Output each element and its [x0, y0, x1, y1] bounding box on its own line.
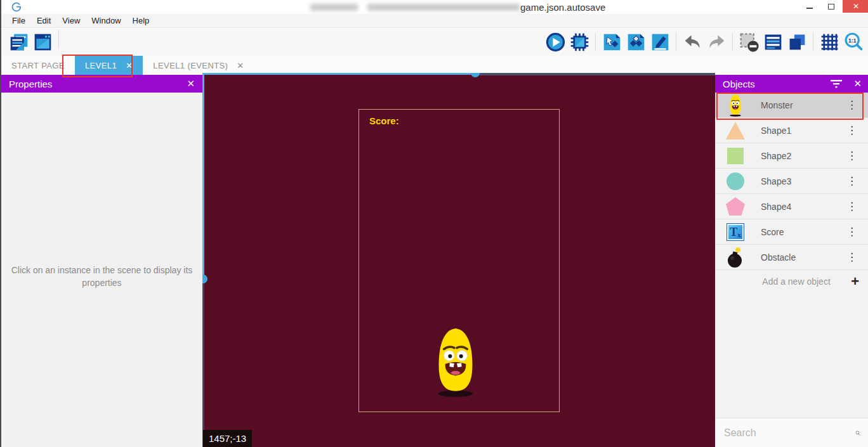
object-label: Score: [761, 227, 844, 237]
menu-window[interactable]: Window: [86, 16, 126, 25]
zoom-reset-button[interactable]: 1:1: [841, 30, 865, 54]
layers-button[interactable]: [785, 30, 809, 54]
toggle-grid-button[interactable]: [817, 30, 841, 54]
tab-close-icon[interactable]: ✕: [237, 61, 244, 70]
object-label: Shape4: [761, 202, 844, 212]
circle-icon: [724, 170, 747, 193]
square-icon: [724, 145, 747, 167]
menu-edit[interactable]: Edit: [31, 16, 56, 25]
tab-label: LEVEL1: [85, 61, 117, 70]
mask-remove-icon: [739, 32, 760, 53]
edit-objects-button[interactable]: [600, 30, 624, 54]
tab-close-icon[interactable]: ✕: [126, 61, 133, 70]
horizontal-scrollbar-track[interactable]: [475, 73, 715, 75]
undo-button[interactable]: [680, 30, 704, 54]
kebab-menu-icon[interactable]: ⋮: [844, 124, 860, 137]
score-text-instance[interactable]: Score:: [369, 115, 399, 126]
tab-start-page[interactable]: START PAGE: [1, 56, 75, 75]
horizontal-scrollbar-thumb[interactable]: [471, 73, 480, 77]
kebab-menu-icon[interactable]: ⋮: [844, 225, 860, 238]
select-object-icon: [602, 32, 622, 53]
object-label: Monster: [761, 100, 844, 110]
object-row-monster[interactable]: Monster ⋮: [715, 93, 868, 118]
search-input[interactable]: [724, 427, 855, 439]
filter-icon[interactable]: [831, 79, 842, 88]
project-manager-icon: [8, 32, 29, 53]
object-row-shape1[interactable]: Shape1 ⋮: [715, 118, 868, 143]
properties-empty-message: Click on an instance in the scene to dis…: [7, 264, 197, 290]
title-bar: game.json.autosave ✕: [1, 0, 868, 14]
undo-icon: [682, 32, 703, 53]
grid-icon: [819, 32, 840, 53]
monster-icon: [724, 94, 747, 117]
object-row-obstacle[interactable]: Obstacle ⋮: [715, 245, 868, 270]
cursor-coordinates: 1457;-13: [203, 430, 252, 447]
toolbar-divider: [676, 32, 676, 51]
tab-level1-events[interactable]: LEVEL1 (EVENTS) ✕: [143, 56, 254, 75]
vertical-scrollbar-track[interactable]: [202, 279, 204, 447]
instances-cubes-icon: [626, 32, 647, 53]
object-label: Shape3: [761, 176, 844, 186]
window-title: game.json.autosave: [520, 2, 605, 13]
svg-text:1:1: 1:1: [848, 37, 856, 43]
clear-mask-button[interactable]: [737, 30, 761, 54]
toolbar-divider: [813, 32, 813, 51]
object-row-score[interactable]: Tx Score ⋮: [715, 219, 868, 245]
object-label: Shape2: [761, 151, 844, 161]
project-manager-button[interactable]: [6, 30, 30, 54]
close-icon[interactable]: ✕: [187, 78, 195, 89]
gdevelop-logo-icon: [11, 2, 22, 12]
add-object-button[interactable]: Add a new object +: [715, 270, 868, 293]
instances-list-icon: [763, 32, 784, 53]
toolbar-divider: [595, 32, 596, 51]
vertical-scrollbar-fill[interactable]: [202, 73, 204, 279]
properties-panel: Properties ✕ Click on an instance in the…: [1, 75, 202, 447]
restore-icon: [828, 4, 834, 10]
minimize-button[interactable]: [799, 0, 820, 13]
bomb-icon: [724, 246, 747, 269]
toolbar-divider: [732, 32, 733, 51]
object-label: Obstacle: [761, 252, 844, 262]
edit-instances-button[interactable]: [624, 30, 648, 54]
plus-icon: +: [851, 273, 859, 290]
zoom-1to1-icon: 1:1: [843, 32, 864, 53]
object-row-shape3[interactable]: Shape3 ⋮: [715, 169, 868, 194]
preview-play-button[interactable]: [543, 30, 567, 54]
kebab-menu-icon[interactable]: ⋮: [844, 200, 860, 213]
pencil-icon: [650, 32, 671, 53]
kebab-menu-icon[interactable]: ⋮: [844, 149, 860, 162]
redo-button[interactable]: [704, 30, 728, 54]
kebab-menu-icon[interactable]: ⋮: [844, 174, 860, 188]
text-object-icon: Tx: [724, 221, 747, 243]
properties-header: Properties ✕: [1, 75, 202, 93]
object-row-shape4[interactable]: Shape4 ⋮: [715, 194, 868, 219]
object-row-shape2[interactable]: Shape2 ⋮: [715, 143, 868, 169]
tab-level1[interactable]: LEVEL1 ✕: [75, 56, 143, 75]
close-icon[interactable]: ✕: [853, 78, 862, 89]
edit-scene-properties-button[interactable]: [648, 30, 672, 54]
instances-list-button[interactable]: [761, 30, 785, 54]
restore-button[interactable]: [821, 0, 841, 13]
menu-bar: File Edit View Window Help: [1, 14, 868, 28]
tab-label: LEVEL1 (EVENTS): [153, 61, 228, 70]
kebab-menu-icon[interactable]: ⋮: [844, 98, 860, 112]
kebab-menu-icon[interactable]: ⋮: [844, 250, 860, 264]
scene-canvas[interactable]: Score: 1457;-13: [202, 73, 715, 447]
menu-file[interactable]: File: [6, 16, 31, 25]
close-button[interactable]: ✕: [843, 0, 868, 13]
add-object-label: Add a new object: [725, 276, 851, 287]
monster-instance[interactable]: [433, 327, 478, 398]
objects-title: Objects: [723, 79, 755, 89]
menu-view[interactable]: View: [56, 16, 86, 25]
debug-button[interactable]: [567, 30, 591, 54]
properties-title: Properties: [9, 79, 52, 89]
objects-panel: Objects ✕ Monster ⋮ Shape1 ⋮ Shape2 ⋮ Sh…: [715, 75, 868, 447]
toolbar-divider: [58, 30, 59, 49]
redacted-title-segment: [310, 4, 358, 11]
horizontal-scrollbar-fill[interactable]: [202, 73, 475, 75]
vertical-scrollbar-thumb[interactable]: [202, 275, 207, 283]
tab-label: START PAGE: [11, 61, 65, 70]
menu-help[interactable]: Help: [127, 16, 155, 25]
triangle-icon: [724, 119, 747, 142]
start-page-button[interactable]: [30, 30, 55, 54]
